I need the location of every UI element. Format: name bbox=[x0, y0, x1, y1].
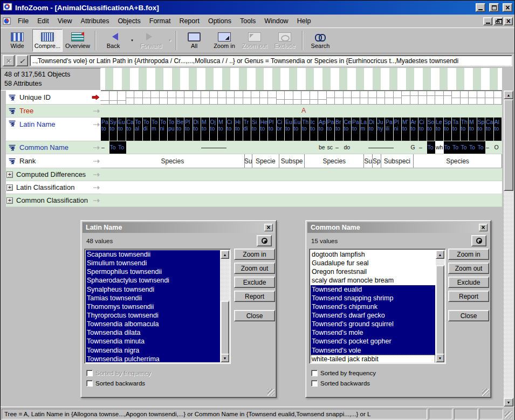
common-name-cell[interactable]: To bbox=[469, 141, 477, 154]
latin-name-cell[interactable]: Lam bbox=[360, 118, 369, 141]
unique-id-cell[interactable] bbox=[277, 91, 285, 104]
unique-id-cell[interactable] bbox=[301, 91, 310, 104]
unique-id-cell[interactable] bbox=[344, 91, 352, 104]
unique-id-cell[interactable] bbox=[201, 91, 210, 104]
list-item[interactable]: Spermophilus townsendii bbox=[86, 267, 220, 276]
unique-id-cell[interactable] bbox=[243, 91, 252, 104]
expand-icon[interactable] bbox=[6, 184, 13, 191]
common-name-cell[interactable] bbox=[243, 141, 252, 154]
scroll-down-icon[interactable] bbox=[221, 354, 229, 362]
unique-id-cell[interactable] bbox=[176, 91, 185, 104]
expand-icon[interactable] bbox=[6, 171, 13, 178]
latin-name-cell[interactable]: Cito bbox=[418, 118, 427, 141]
common-name-cell[interactable] bbox=[184, 141, 193, 154]
common-name-cell[interactable]: be bbox=[318, 141, 327, 154]
latin-name-cell[interactable]: Topu bbox=[168, 118, 176, 141]
unique-id-cell[interactable] bbox=[226, 91, 235, 104]
list-item[interactable]: Townsendia pulcherrima bbox=[86, 355, 220, 362]
checkbox-sorted-backwards[interactable]: Sorted backwards bbox=[86, 380, 151, 387]
attribute-row-computed-differences[interactable]: Computed Differences bbox=[6, 168, 101, 181]
latin-name-cell[interactable]: Mto bbox=[201, 118, 210, 141]
unique-id-cell[interactable] bbox=[385, 91, 394, 104]
common-name-cell[interactable]: G bbox=[410, 141, 419, 154]
attribute-row-latin-name[interactable]: Latin Name bbox=[6, 118, 101, 141]
all-button[interactable]: All bbox=[179, 29, 209, 52]
common-name-cell[interactable] bbox=[151, 141, 160, 154]
latin-name-cell[interactable]: Cato bbox=[485, 118, 494, 141]
dashed-arrow-icon[interactable] bbox=[93, 107, 100, 115]
dashed-arrow-icon[interactable] bbox=[93, 120, 100, 128]
compre-button[interactable]: Compre... bbox=[32, 29, 63, 52]
common-name-cell[interactable]: – bbox=[418, 141, 427, 154]
exclude-button[interactable]: Exclude bbox=[234, 277, 275, 288]
list-item[interactable]: Townsend's dwarf gecko bbox=[311, 311, 435, 320]
unique-id-cell[interactable] bbox=[368, 91, 377, 104]
resize-grip[interactable] bbox=[267, 389, 274, 396]
checkbox-box[interactable] bbox=[311, 380, 318, 387]
scroll-down-icon[interactable] bbox=[436, 354, 444, 362]
attribute-row-latin-classification[interactable]: Latin Classification bbox=[6, 181, 101, 194]
common-name-cell[interactable]: To bbox=[452, 141, 461, 154]
latin-name-cell[interactable]: Toni bbox=[160, 118, 168, 141]
latin-name-cell[interactable]: Juhy bbox=[377, 118, 386, 141]
list-item[interactable]: Townsend eualid bbox=[311, 285, 435, 294]
list-item[interactable]: Townsend's pocket gopher bbox=[311, 337, 435, 346]
search-button[interactable]: Search bbox=[305, 29, 335, 52]
latin-name-cell[interactable]: Paili bbox=[385, 118, 394, 141]
common-name-cell[interactable] bbox=[126, 141, 135, 154]
common-name-cell[interactable] bbox=[268, 141, 277, 154]
attribute-row-common-name[interactable]: Common Name bbox=[6, 141, 101, 154]
title-bar[interactable]: InfoZoom - [AnimalClassificationA+B.fox] bbox=[1, 1, 514, 15]
unique-id-cell[interactable] bbox=[352, 91, 360, 104]
scroll-down-icon[interactable] bbox=[504, 398, 513, 407]
expand-icon[interactable] bbox=[6, 197, 13, 204]
rank-segment[interactable]: Su bbox=[245, 154, 252, 168]
close-button[interactable]: Close bbox=[234, 310, 275, 321]
latin-name-cell[interactable]: Sito bbox=[251, 118, 260, 141]
rank-segment[interactable]: Su bbox=[364, 154, 373, 168]
resize-grip[interactable] bbox=[505, 411, 512, 419]
unique-id-cell[interactable] bbox=[293, 91, 302, 104]
latin-name-cell[interactable]: Beto bbox=[176, 118, 185, 141]
rank-segment[interactable]: Subspeci bbox=[381, 154, 414, 168]
latin-name-cell[interactable]: Todi bbox=[143, 118, 152, 141]
unique-id-cell[interactable] bbox=[251, 91, 260, 104]
attribute-row-unique-id[interactable]: Unique ID bbox=[6, 91, 101, 105]
unique-id-cell[interactable] bbox=[410, 91, 419, 104]
report-button[interactable]: Report bbox=[448, 291, 489, 302]
zoom-out-button[interactable]: Zoom out bbox=[448, 263, 489, 274]
unique-id-cell[interactable] bbox=[360, 91, 369, 104]
latin-name-cell[interactable]: Trdi bbox=[243, 118, 252, 141]
zoom-in-button[interactable]: Zoom in bbox=[234, 249, 275, 260]
checkbox-box[interactable] bbox=[86, 380, 93, 387]
common-name-cell[interactable] bbox=[352, 141, 360, 154]
latin-name-cell[interactable]: Dito bbox=[193, 118, 202, 141]
common-name-cell[interactable]: To bbox=[477, 141, 486, 154]
common-name-cell[interactable] bbox=[235, 141, 243, 154]
latin-name-cell[interactable]: Plni bbox=[394, 118, 402, 141]
exclude-button[interactable]: Exclude bbox=[448, 277, 489, 288]
unique-id-cell[interactable] bbox=[168, 91, 176, 104]
scrollbar-thumb[interactable] bbox=[504, 99, 513, 191]
checkbox-sorted-by-frequency[interactable]: Sorted by frequency bbox=[311, 370, 376, 376]
latin-name-cell[interactable]: Apto bbox=[318, 118, 327, 141]
common-name-cell[interactable] bbox=[210, 141, 218, 154]
menu-window[interactable]: Window bbox=[260, 16, 292, 26]
dialog-close-button[interactable] bbox=[479, 224, 487, 231]
unique-id-cell[interactable] bbox=[327, 91, 335, 104]
lens-button[interactable] bbox=[471, 235, 486, 246]
common-name-cell[interactable] bbox=[293, 141, 302, 154]
latin-name-cell[interactable]: Alto bbox=[494, 118, 503, 141]
menu-report[interactable]: Report bbox=[175, 16, 204, 26]
latin-name-cell[interactable]: Arto bbox=[410, 118, 419, 141]
rank-segment[interactable]: Species bbox=[305, 154, 364, 168]
latin-name-cell[interactable]: Tato bbox=[452, 118, 461, 141]
unique-id-cell[interactable] bbox=[151, 91, 160, 104]
unique-id-cell[interactable] bbox=[235, 91, 243, 104]
list-item[interactable]: Townsendia minuta bbox=[86, 337, 220, 346]
latin-name-cell[interactable]: Thto bbox=[461, 118, 469, 141]
menu-objects[interactable]: Objects bbox=[113, 16, 145, 26]
menu-options[interactable]: Options bbox=[204, 16, 236, 26]
unique-id-cell[interactable] bbox=[184, 91, 193, 104]
mdi-restore-button[interactable] bbox=[493, 17, 503, 25]
